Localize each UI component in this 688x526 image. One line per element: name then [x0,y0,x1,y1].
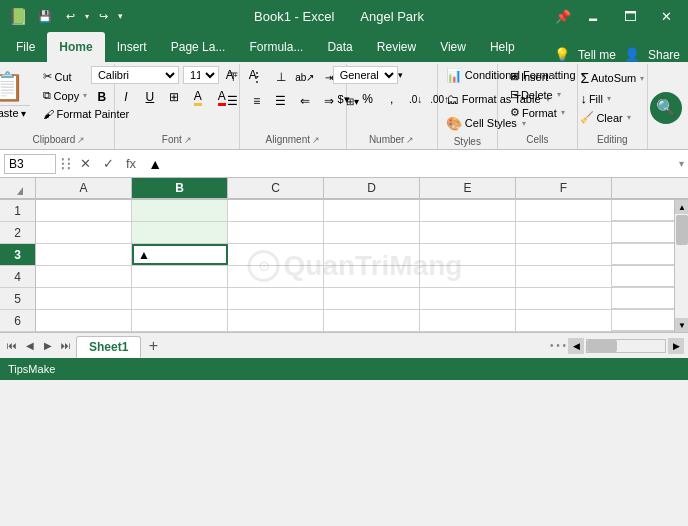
sheet-nav-last[interactable]: ⏭ [58,338,74,354]
cell-F6[interactable] [516,310,612,331]
tab-view[interactable]: View [428,32,478,62]
left-align-button[interactable]: ☰ [222,90,244,112]
autosum-button[interactable]: Σ AutoSum ▾ [576,68,648,88]
minimize-button[interactable]: 🗕 [579,7,608,26]
cell-B2[interactable] [132,222,228,243]
scroll-down-button[interactable]: ▼ [675,318,688,332]
cell-A2[interactable] [36,222,132,243]
close-button[interactable]: ✕ [653,7,680,26]
cell-A6[interactable] [36,310,132,331]
row-num-5[interactable]: 5 [0,288,35,310]
number-format-expand[interactable]: ▾ [398,70,403,80]
sheet-nav-first[interactable]: ⏮ [4,338,20,354]
font-expand-icon[interactable]: ↗ [184,135,192,145]
h-scroll-right-button[interactable]: ▶ [668,338,684,354]
cell-D2[interactable] [324,222,420,243]
cell-A5[interactable] [36,288,132,309]
col-header-E[interactable]: E [420,178,516,199]
borders-button[interactable]: ⊞ [163,86,185,108]
comma-button[interactable]: , [381,88,403,110]
col-header-D[interactable]: D [324,178,420,199]
insert-button[interactable]: ⊞ Insert ▾ [506,68,561,85]
tab-file[interactable]: File [4,32,47,62]
tab-data[interactable]: Data [315,32,364,62]
save-button[interactable]: 💾 [34,8,56,25]
horizontal-scrollbar-thumb[interactable] [587,340,617,352]
horizontal-scrollbar-track[interactable] [586,339,666,353]
cell-E4[interactable] [420,266,516,287]
scrollbar-track[interactable] [675,214,688,318]
function-button[interactable]: fx [122,154,140,173]
add-sheet-button[interactable]: + [143,336,163,356]
row-num-1[interactable]: 1 [0,200,35,222]
italic-button[interactable]: I [115,86,137,108]
cell-B4[interactable] [132,266,228,287]
percent-button[interactable]: % [357,88,379,110]
alignment-expand-icon[interactable]: ↗ [312,135,320,145]
top-align-button[interactable]: ⊤ [222,66,244,88]
cell-E6[interactable] [420,310,516,331]
cell-C1[interactable] [228,200,324,221]
underline-button[interactable]: U [139,86,161,108]
scroll-up-button[interactable]: ▲ [675,200,688,214]
paste-button[interactable]: 📋 [0,68,31,105]
cell-B3[interactable]: ▲ [132,244,228,265]
undo-button[interactable]: ↩ [62,8,79,25]
cell-A4[interactable] [36,266,132,287]
insert-arrow[interactable]: ▾ [552,72,556,81]
col-header-C[interactable]: C [228,178,324,199]
cell-B1[interactable] [132,200,228,221]
tell-me-text[interactable]: Tell me [578,48,616,62]
col-header-F[interactable]: F [516,178,612,199]
cell-D6[interactable] [324,310,420,331]
sheet-nav-next[interactable]: ▶ [40,338,56,354]
cell-D3[interactable] [324,244,420,265]
search-button[interactable]: 🔍 [650,92,682,124]
cell-E1[interactable] [420,200,516,221]
font-name-select[interactable]: Calibri [91,66,179,84]
col-header-B[interactable]: B [132,178,228,199]
ribbon-toggle-icon[interactable]: 📌 [555,9,571,24]
h-scroll-left-button[interactable]: ◀ [568,338,584,354]
cell-F5[interactable] [516,288,612,309]
cell-D5[interactable] [324,288,420,309]
tab-home[interactable]: Home [47,32,104,62]
cell-ref-box[interactable]: B3 [4,154,56,174]
fill-color-button[interactable]: A [187,86,209,108]
number-format-select[interactable]: General [333,66,398,84]
sheet-tab-sheet1[interactable]: Sheet1 [76,336,141,358]
tab-help[interactable]: Help [478,32,527,62]
select-all-button[interactable] [0,178,36,199]
accounting-format-button[interactable]: $▾ [333,88,355,110]
cancel-button[interactable]: ✕ [76,154,95,173]
cell-C5[interactable] [228,288,324,309]
decrease-indent-button[interactable]: ⇐ [294,90,316,112]
autosum-arrow[interactable]: ▾ [640,74,644,83]
redo-button[interactable]: ↪ [95,8,112,25]
undo-dropdown-icon[interactable]: ▾ [85,12,89,21]
cell-C4[interactable] [228,266,324,287]
formula-expand-icon[interactable]: ▾ [679,158,684,169]
format-arrow[interactable]: ▾ [561,108,565,117]
cell-F2[interactable] [516,222,612,243]
cell-C6[interactable] [228,310,324,331]
bold-button[interactable]: B [91,86,113,108]
tab-formulas[interactable]: Formula... [237,32,315,62]
tab-review[interactable]: Review [365,32,428,62]
share-button[interactable]: Share [648,48,680,62]
right-align-button[interactable]: ☰ [270,90,292,112]
font-size-select[interactable]: 11 [183,66,219,84]
cell-E3[interactable] [420,244,516,265]
cell-B5[interactable] [132,288,228,309]
clear-arrow[interactable]: ▾ [627,113,631,122]
quick-access-more[interactable]: ▾ [118,11,123,21]
number-expand-icon[interactable]: ↗ [406,135,414,145]
delete-arrow[interactable]: ▾ [557,90,561,99]
bottom-align-button[interactable]: ⊥ [270,66,292,88]
cell-A1[interactable] [36,200,132,221]
cell-D1[interactable] [324,200,420,221]
center-align-button[interactable]: ≡ [246,90,268,112]
cell-A3[interactable] [36,244,132,265]
formula-content[interactable]: ▲ [144,156,675,172]
cell-D4[interactable] [324,266,420,287]
